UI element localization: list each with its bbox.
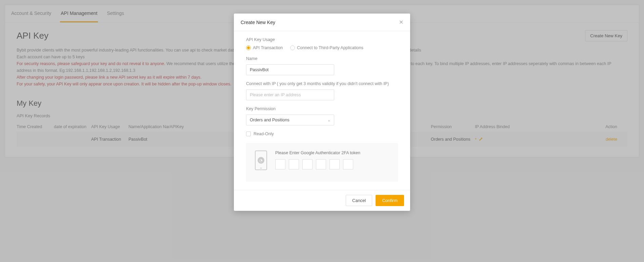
code-input-5[interactable] bbox=[329, 159, 340, 169]
authenticator-pie-icon: ◔ bbox=[258, 157, 264, 164]
code-input-3[interactable] bbox=[302, 159, 313, 169]
permission-label: Key Permission bbox=[246, 106, 398, 111]
name-input[interactable] bbox=[246, 64, 334, 75]
permission-value: Orders and Positions bbox=[250, 118, 289, 122]
readonly-label: Read-Only bbox=[254, 132, 274, 136]
radio-third-party[interactable]: Connect to Third-Party Applications bbox=[290, 45, 363, 50]
confirm-button[interactable]: Confirm bbox=[376, 195, 404, 206]
radio-api-transaction-label: API Transaction bbox=[253, 45, 283, 50]
code-input-2[interactable] bbox=[289, 159, 299, 169]
checkbox-icon bbox=[246, 132, 251, 136]
name-label: Name bbox=[246, 56, 398, 61]
authenticator-box: ◔ Please Enter Google Authenticator 2FA … bbox=[246, 143, 398, 182]
radio-unchecked-icon bbox=[290, 45, 295, 50]
radio-third-party-label: Connect to Third-Party Applications bbox=[297, 45, 363, 50]
create-key-modal: Create New Key ✕ API Key Usage API Trans… bbox=[234, 14, 410, 211]
code-input-4[interactable] bbox=[316, 159, 326, 169]
radio-api-transaction[interactable]: API Transaction bbox=[246, 45, 283, 50]
code-input-row bbox=[275, 159, 389, 169]
readonly-checkbox-row[interactable]: Read-Only bbox=[246, 132, 398, 136]
permission-select[interactable]: Orders and Positions ⌄ bbox=[246, 115, 334, 125]
usage-label: API Key Usage bbox=[246, 37, 398, 42]
auth-label: Please Enter Google Authenticator 2FA to… bbox=[275, 150, 389, 155]
modal-overlay: Create New Key ✕ API Key Usage API Trans… bbox=[0, 0, 644, 262]
radio-checked-icon bbox=[246, 45, 251, 50]
code-input-1[interactable] bbox=[275, 159, 285, 169]
close-icon[interactable]: ✕ bbox=[399, 19, 403, 25]
chevron-down-icon: ⌄ bbox=[327, 118, 330, 122]
code-input-6[interactable] bbox=[343, 159, 353, 169]
ip-label: Connect with IP ( you only get 3 months … bbox=[246, 81, 398, 86]
phone-icon: ◔ bbox=[255, 150, 267, 170]
ip-input[interactable] bbox=[246, 89, 334, 100]
cancel-button[interactable]: Cancel bbox=[346, 195, 372, 206]
modal-title: Create New Key bbox=[241, 20, 275, 25]
